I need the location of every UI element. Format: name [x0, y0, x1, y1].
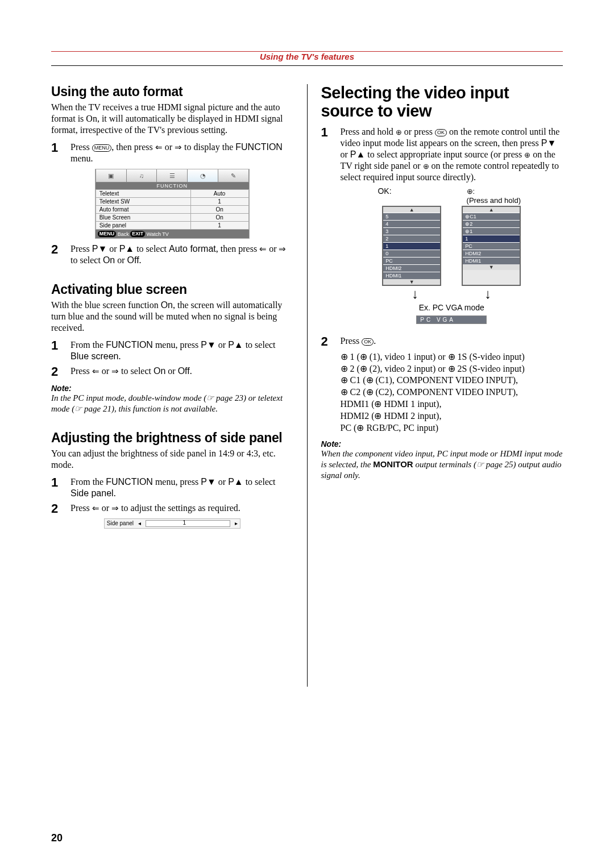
- input-desc-line: PC (⊕ RGB/PC, PC input): [341, 422, 563, 434]
- list-item: 3: [383, 227, 440, 235]
- menu-pill-icon: MENU: [98, 231, 117, 237]
- list-item: PC: [463, 242, 520, 250]
- input-desc-line: ⊕ C2 (⊕ (C2), COMPONENT VIDEO INPUT),: [341, 387, 563, 398]
- input-icon: ⊕: [423, 162, 429, 171]
- input-source-step2: Press OK.: [341, 335, 376, 348]
- auto-format-step2: Press P▼ or P▲ to select Auto format, th…: [70, 243, 293, 266]
- function-menu-header: FUNCTION: [96, 182, 249, 189]
- up-arrow-icon: ▲: [463, 207, 520, 213]
- blue-screen-step2: Press ⇐ or ⇒ to select On or Off.: [70, 366, 192, 378]
- step-number: 2: [51, 502, 70, 515]
- function-menu-table: TeletextAuto Teletext SW1 Auto formatOn …: [96, 189, 249, 230]
- step-number: 2: [51, 366, 70, 378]
- right-column: Selecting the video input source to view…: [321, 68, 563, 687]
- list-item: HDMI1: [463, 257, 520, 264]
- step-number: 1: [51, 476, 70, 499]
- step-number: 1: [51, 339, 70, 362]
- ok-button-icon: OK: [435, 129, 447, 136]
- exit-pill-icon: EXIT: [130, 231, 145, 237]
- vol-plus-icon: ⇒: [111, 503, 119, 513]
- function-tabstrip: ▣ ♫ ☰ ◔ ✎: [96, 169, 249, 182]
- blue-screen-step1: From the FUNCTION menu, press P▼ or P▲ t…: [70, 339, 293, 362]
- vol-minus-icon: ⇐: [259, 244, 267, 254]
- fun-row-label: Teletext SW: [96, 198, 190, 206]
- step-number: 1: [321, 126, 341, 183]
- fun-row-value: On: [190, 206, 248, 214]
- slider-right-arrow-icon: ▸: [235, 520, 238, 526]
- down-arrow-icon: ▼: [463, 264, 520, 270]
- vol-plus-icon: ⇒: [111, 366, 119, 376]
- menu-button-icon: MENU: [92, 144, 112, 152]
- list-item: 1: [383, 242, 440, 250]
- header-bar: Using the TV's features: [51, 51, 563, 66]
- down-arrow-icon: ▼: [383, 279, 440, 285]
- list-item: HDMI2: [383, 264, 440, 272]
- list-item: 0: [383, 250, 440, 257]
- column-divider: [307, 84, 308, 687]
- side-panel-intro: You can adjust the brightness of side pa…: [51, 448, 293, 471]
- vol-plus-icon: ⇒: [279, 244, 286, 254]
- sound-tab-icon: ♫: [127, 169, 157, 182]
- input-icon: ⊕:: [467, 187, 475, 196]
- page-number: 20: [51, 832, 63, 844]
- feature-tab-icon: ☰: [157, 169, 188, 182]
- diagram-label-row: OK: ⊕: (Press and hold): [341, 186, 563, 205]
- input-desc-line: ⊕ 1 (⊕ (1), video 1 input) or ⊕ 1S (S-vi…: [341, 351, 563, 363]
- ok-label: OK:: [377, 186, 391, 205]
- input-desc-line: ⊕ 2 (⊕ (2), video 2 input) or ⊕ 2S (S-vi…: [341, 363, 563, 375]
- blue-screen-heading: Activating blue screen: [51, 282, 293, 297]
- input-desc-line: ⊕ C1 (⊕ (C1), COMPONENT VIDEO INPUT),: [341, 375, 563, 387]
- list-item: 5: [383, 213, 440, 220]
- header-underline: [51, 65, 563, 66]
- example-line: Ex. PC VGA mode: [341, 303, 563, 312]
- blue-screen-intro: With the blue screen function On, the sc…: [51, 300, 293, 334]
- input-source-note: When the component video input, PC input…: [321, 448, 563, 480]
- list-item: HDMI1: [383, 272, 440, 279]
- fun-row-label: Teletext: [96, 190, 190, 198]
- list-item: 4: [383, 220, 440, 227]
- side-panel-slider-label: Side panel: [107, 520, 134, 526]
- blue-screen-note: In the PC input mode, double-window mode…: [51, 393, 293, 414]
- side-panel-heading: Adjusting the brightness of side panel: [51, 430, 293, 446]
- input-list-right: ▲ ⊕C1⊕2⊕11PCHDMI2HDMI1 ▼: [462, 206, 521, 286]
- diagram-down-arrows: ↓ ↓: [341, 288, 563, 300]
- pc-vga-box: PC VGA: [416, 315, 487, 324]
- vol-minus-icon: ⇐: [92, 366, 99, 376]
- list-item: HDMI2: [463, 250, 520, 257]
- input-desc-line: HDMI1 (⊕ HDMI 1 input),: [341, 398, 563, 410]
- up-arrow-icon: ▲: [383, 207, 440, 213]
- down-arrow-icon: ↓: [484, 288, 491, 300]
- side-panel-step2: Press ⇐ or ⇒ to adjust the settings as r…: [70, 502, 240, 515]
- input-icon: ⊕: [524, 151, 530, 159]
- list-item: 1: [463, 235, 520, 242]
- auto-format-step1: Press MENU, then press ⇐ or ⇒ to display…: [70, 142, 293, 164]
- picture-tab-icon: ▣: [96, 169, 127, 182]
- list-item: ⊕2: [463, 220, 520, 227]
- down-arrow-icon: ↓: [412, 288, 418, 300]
- step-number: 1: [51, 142, 70, 164]
- input-icon: ⊕: [396, 128, 402, 136]
- function-tab-icon: ◔: [188, 169, 218, 182]
- list-item: PC: [383, 257, 440, 264]
- fun-row-label: Auto format: [96, 206, 190, 214]
- list-item: 2: [383, 235, 440, 242]
- slider-left-arrow-icon: ◂: [138, 520, 141, 526]
- channel-list-left: ▲ 543210PCHDMI2HDMI1 ▼: [382, 206, 441, 286]
- setup-tab-icon: ✎: [218, 169, 249, 182]
- function-menu-figure: ▣ ♫ ☰ ◔ ✎ FUNCTION TeletextAuto Teletext…: [95, 169, 250, 239]
- fun-row-label: Blue Screen: [96, 214, 190, 222]
- fun-row-value: Auto: [190, 190, 248, 198]
- function-menu-footer: MENU Back EXIT Watch TV: [96, 230, 249, 238]
- step-number: 2: [321, 335, 341, 348]
- fun-row-value: On: [190, 214, 248, 222]
- list-item: ⊕C1: [463, 213, 520, 220]
- side-panel-step1: From the FUNCTION menu, press P▼ or P▲ t…: [70, 476, 293, 499]
- press-and-hold-label: (Press and hold): [467, 196, 525, 205]
- input-source-step1: Press and hold ⊕ or press OK on the remo…: [341, 126, 563, 183]
- step-number: 2: [51, 243, 70, 266]
- fun-row-value: 1: [190, 222, 248, 230]
- left-column: Using the auto format When the TV receiv…: [51, 68, 293, 687]
- vol-plus-icon: ⇒: [175, 142, 182, 152]
- input-lists-figure: ▲ 543210PCHDMI2HDMI1 ▼ ▲ ⊕C1⊕2⊕11PCHDMI2…: [341, 206, 563, 286]
- fun-row-value: 1: [190, 198, 248, 206]
